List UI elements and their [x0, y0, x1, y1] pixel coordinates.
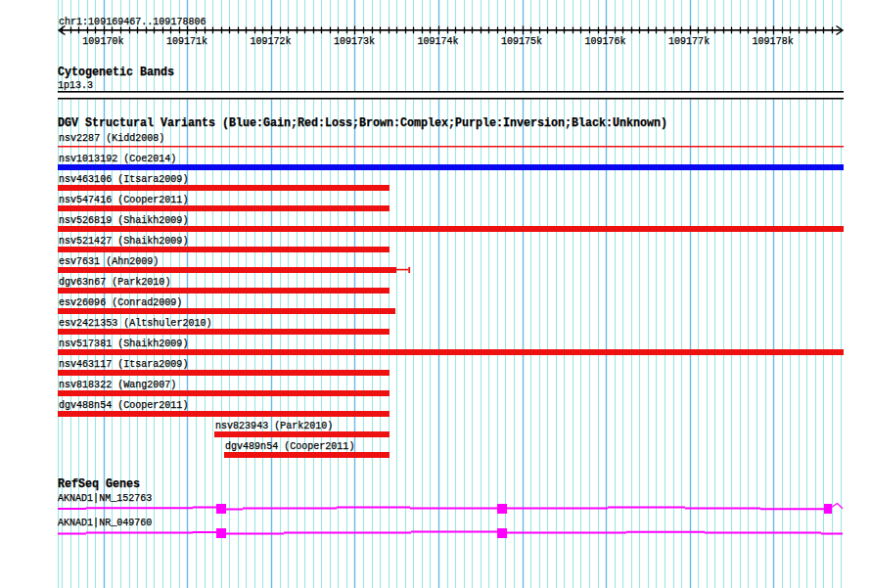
svg-text:nsv2287 (Kidd2008): nsv2287 (Kidd2008) [59, 131, 164, 144]
svg-text:DGV Structural Variants (Blue:: DGV Structural Variants (Blue:Gain;Red:L… [58, 116, 667, 130]
svg-text:109177k: 109177k [668, 34, 710, 47]
svg-text:nsv517381 (Shaikh2009): nsv517381 (Shaikh2009) [59, 337, 188, 349]
svg-text:nsv818322 (Wang2007): nsv818322 (Wang2007) [59, 378, 176, 390]
svg-text:nsv526819 (Shaikh2009): nsv526819 (Shaikh2009) [59, 213, 188, 226]
svg-text:dgv489n54 (Cooper2011): dgv489n54 (Cooper2011) [225, 439, 354, 452]
svg-text:nsv463106 (Itsara2009): nsv463106 (Itsara2009) [59, 172, 188, 185]
svg-text:109173k: 109173k [334, 34, 375, 47]
svg-text:109174k: 109174k [417, 34, 458, 47]
svg-text:nsv463117 (Itsara2009): nsv463117 (Itsara2009) [59, 357, 188, 370]
svg-text:109175k: 109175k [501, 34, 542, 47]
svg-text:nsv547416 (Cooper2011): nsv547416 (Cooper2011) [59, 193, 188, 205]
svg-text:109172k: 109172k [250, 34, 291, 47]
svg-text:nsv1013192 (Coe2014): nsv1013192 (Coe2014) [59, 152, 176, 164]
svg-text:RefSeq Genes: RefSeq Genes [58, 477, 140, 491]
svg-text:109178k: 109178k [753, 34, 794, 47]
svg-text:109176k: 109176k [585, 34, 626, 47]
svg-text:1p13.3: 1p13.3 [58, 78, 93, 91]
svg-text:dgv63n67 (Park2010): dgv63n67 (Park2010) [59, 275, 170, 288]
svg-text:esv2421353 (Altshuler2010): esv2421353 (Altshuler2010) [59, 316, 212, 329]
svg-text:109170k: 109170k [82, 34, 123, 47]
svg-text:nsv823943 (Park2010): nsv823943 (Park2010) [215, 419, 333, 431]
svg-text:AKNAD1|NM_152763: AKNAD1|NM_152763 [58, 491, 152, 504]
svg-text:AKNAD1|NR_049760: AKNAD1|NR_049760 [58, 516, 152, 528]
svg-text:esv7631 (Ahn2009): esv7631 (Ahn2009) [59, 254, 159, 267]
svg-text:nsv521427 (Shaikh2009): nsv521427 (Shaikh2009) [59, 234, 188, 247]
svg-text:chr1:109169467..109178806: chr1:109169467..109178806 [59, 15, 206, 27]
svg-text:dgv488n54 (Cooper2011): dgv488n54 (Cooper2011) [59, 398, 188, 411]
svg-text:esv26096 (Conrad2009): esv26096 (Conrad2009) [59, 295, 182, 308]
svg-text:Cytogenetic Bands: Cytogenetic Bands [58, 66, 174, 79]
svg-text:109171k: 109171k [166, 34, 207, 47]
